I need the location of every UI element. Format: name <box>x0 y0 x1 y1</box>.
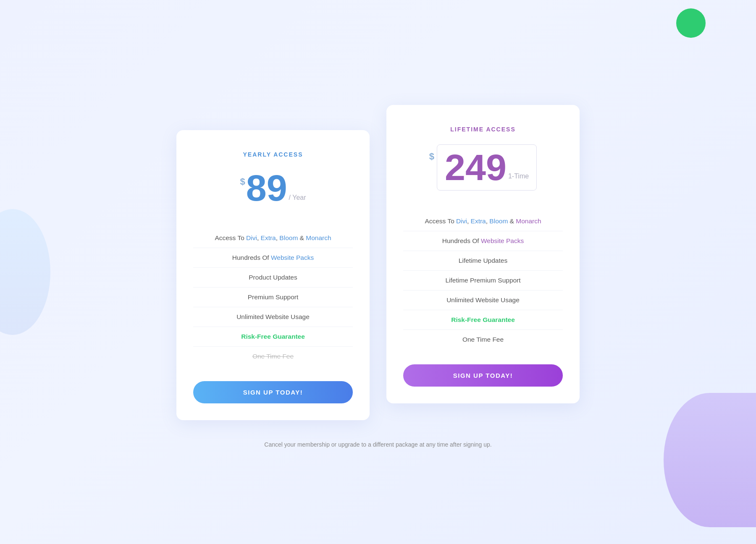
decoration-purple-blob <box>664 393 756 527</box>
footer-note: Cancel your membership or upgrade to a d… <box>264 441 491 456</box>
yearly-price-container: $ 89 / Year <box>193 170 353 207</box>
decoration-green-circle <box>676 8 706 38</box>
lifetime-feature-support: Lifetime Premium Support <box>403 271 563 290</box>
lifetime-feature-one-time: One Time Fee <box>403 330 563 349</box>
yearly-features-list: Access To Divi, Extra, Bloom & Monarch H… <box>193 228 353 366</box>
lifetime-feature-updates: Lifetime Updates <box>403 251 563 271</box>
yearly-signup-button[interactable]: SIGN UP TODAY! <box>193 381 353 403</box>
decoration-left-blob <box>0 209 50 335</box>
yearly-dollar-sign: $ <box>240 176 245 187</box>
monarch-link-lifetime[interactable]: Monarch <box>516 217 541 225</box>
lifetime-signup-button[interactable]: SIGN UP TODAY! <box>403 364 563 387</box>
yearly-feature-unlimited: Unlimited Website Usage <box>193 307 353 327</box>
yearly-feature-access: Access To Divi, Extra, Bloom & Monarch <box>193 228 353 248</box>
lifetime-feature-access: Access To Divi, Extra, Bloom & Monarch <box>403 212 563 231</box>
bloom-link-yearly[interactable]: Bloom <box>279 234 298 241</box>
website-packs-link-lifetime[interactable]: Website Packs <box>481 237 524 244</box>
yearly-feature-website-packs: Hundreds Of Website Packs <box>193 248 353 268</box>
one-time-fee-crossed: One Time Fee <box>252 353 294 360</box>
lifetime-price-amount: 249 <box>445 149 507 186</box>
lifetime-price-container: $ 249 1-Time <box>403 144 563 191</box>
lifetime-access-label: LIFETIME ACCESS <box>403 126 563 133</box>
extra-link-yearly[interactable]: Extra <box>261 234 276 241</box>
yearly-access-label: YEARLY ACCESS <box>193 151 353 158</box>
yearly-feature-guarantee: Risk-Free Guarantee <box>193 327 353 347</box>
lifetime-price-period: 1-Time <box>508 173 529 180</box>
access-text: Access To <box>215 234 246 241</box>
pricing-section: YEARLY ACCESS $ 89 / Year Access To Divi… <box>151 88 605 437</box>
yearly-feature-one-time: One Time Fee <box>193 347 353 366</box>
access-text-lifetime: Access To <box>425 217 456 225</box>
extra-link-lifetime[interactable]: Extra <box>471 217 486 225</box>
lifetime-price-box: 249 1-Time <box>437 144 537 191</box>
yearly-feature-updates: Product Updates <box>193 268 353 288</box>
risk-free-link-yearly[interactable]: Risk-Free Guarantee <box>241 333 305 340</box>
lifetime-pricing-card: LIFETIME ACCESS $ 249 1-Time Access To D… <box>386 105 580 403</box>
lifetime-feature-guarantee: Risk-Free Guarantee <box>403 310 563 330</box>
yearly-feature-support: Premium Support <box>193 288 353 307</box>
yearly-price-period: / Year <box>289 194 306 201</box>
monarch-link-yearly[interactable]: Monarch <box>306 234 331 241</box>
lifetime-features-list: Access To Divi, Extra, Bloom & Monarch H… <box>403 212 563 349</box>
website-packs-link-yearly[interactable]: Website Packs <box>271 254 314 261</box>
divi-link-lifetime[interactable]: Divi <box>456 217 467 225</box>
divi-link-yearly[interactable]: Divi <box>246 234 257 241</box>
lifetime-feature-unlimited: Unlimited Website Usage <box>403 290 563 310</box>
yearly-price-amount: 89 <box>246 170 287 207</box>
lifetime-feature-website-packs: Hundreds Of Website Packs <box>403 231 563 251</box>
yearly-pricing-card: YEARLY ACCESS $ 89 / Year Access To Divi… <box>176 130 370 420</box>
lifetime-dollar-sign: $ <box>429 151 434 162</box>
risk-free-link-lifetime[interactable]: Risk-Free Guarantee <box>451 316 515 323</box>
bloom-link-lifetime[interactable]: Bloom <box>489 217 508 225</box>
